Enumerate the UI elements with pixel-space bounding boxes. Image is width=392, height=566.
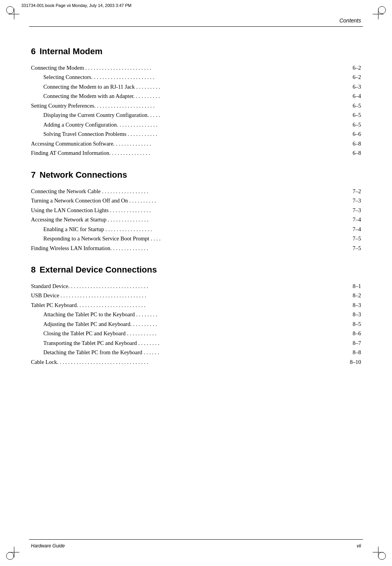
toc-entry-text: Selecting Connectors. . . . . . . . . . … xyxy=(43,73,346,81)
chapter-number-3: 8 xyxy=(31,265,36,274)
toc-entry-text: Connecting the Network Cable . . . . . .… xyxy=(31,187,346,196)
toc-entry-page: 8–6 xyxy=(346,329,361,338)
circle-mark-top-left xyxy=(6,6,14,14)
toc-entry-text: Enabling a NIC for Startup . . . . . . .… xyxy=(43,225,346,233)
toc-entry-page: 6–5 xyxy=(346,101,361,110)
toc-entry: Detaching the Tablet PC from the Keyboar… xyxy=(31,348,361,357)
toc-entry: Selecting Connectors. . . . . . . . . . … xyxy=(31,73,361,81)
toc-entry-page: 6–5 xyxy=(346,111,361,119)
toc-entry: Enabling a NIC for Startup . . . . . . .… xyxy=(31,225,361,233)
toc-entry-text: Closing the Tablet PC and Keyboard . . .… xyxy=(43,329,346,338)
toc-entry-page: 7–5 xyxy=(346,234,361,243)
circle-mark-top-right xyxy=(378,6,386,14)
toc-entry-page: 7–4 xyxy=(346,215,361,224)
toc-entry: Connecting the Network Cable . . . . . .… xyxy=(31,187,361,196)
footer-right: vii xyxy=(357,543,361,549)
header-rule xyxy=(29,26,363,27)
toc-entry: Finding Wireless LAN Information. . . . … xyxy=(31,244,361,252)
chapter-section-1: 6Internal ModemConnecting the Modem . . … xyxy=(31,46,361,158)
toc-entry: Solving Travel Connection Problems . . .… xyxy=(31,130,361,138)
circle-mark-bottom-left xyxy=(6,552,14,560)
toc-entry-text: Connecting the Modem with an Adapter. . … xyxy=(43,92,346,100)
section-header: Contents xyxy=(339,17,361,24)
footer-rule xyxy=(29,539,363,540)
toc-entry-page: 6–3 xyxy=(346,82,361,91)
toc-entry: Responding to a Network Service Boot Pro… xyxy=(31,234,361,243)
toc-entry: Attaching the Tablet PC to the Keyboard … xyxy=(31,310,361,319)
toc-entry-page: 7–3 xyxy=(346,196,361,205)
chapter-heading-1: 6Internal Modem xyxy=(31,46,361,57)
toc-entry-page: 7–2 xyxy=(346,187,361,196)
toc-entry-text: Accessing Communication Software. . . . … xyxy=(31,139,346,148)
toc-entry-text: Solving Travel Connection Problems . . .… xyxy=(43,130,346,138)
toc-entry-text: Transporting the Tablet PC and Keyboard … xyxy=(43,339,346,347)
toc-entry-text: Setting Country Preferences. . . . . . .… xyxy=(31,101,346,110)
toc-entry-page: 6–2 xyxy=(346,73,361,81)
chapter-heading-2: 7Network Connections xyxy=(31,170,361,180)
toc-entry-text: Detaching the Tablet PC from the Keyboar… xyxy=(43,348,346,357)
toc-entry-page: 7–4 xyxy=(346,225,361,233)
toc-entry-page: 8–3 xyxy=(346,310,361,319)
footer-left: Hardware Guide xyxy=(31,543,65,549)
toc-entry: Turning a Network Connection Off and On … xyxy=(31,196,361,205)
toc-entry-page: 6–5 xyxy=(346,120,361,129)
toc-entry-text: Attaching the Tablet PC to the Keyboard … xyxy=(43,310,346,319)
toc-entry-text: Tablet PC Keyboard. . . . . . . . . . . … xyxy=(31,301,346,309)
toc-entry-page: 8–3 xyxy=(346,301,361,309)
toc-entry-page: 7–3 xyxy=(346,206,361,214)
toc-entry-page: 7–5 xyxy=(346,244,361,252)
toc-entry: Accessing Communication Software. . . . … xyxy=(31,139,361,148)
chapter-number-1: 6 xyxy=(31,46,36,56)
main-content: 6Internal ModemConnecting the Modem . . … xyxy=(31,34,361,532)
chapter-section-2: 7Network ConnectionsConnecting the Netwo… xyxy=(31,170,361,252)
toc-entry-page: 6–6 xyxy=(346,130,361,138)
toc-entry-page: 8–1 xyxy=(346,282,361,290)
toc-entry: Cable Lock. . . . . . . . . . . . . . . … xyxy=(31,358,361,366)
chapter-title-2: Network Connections xyxy=(39,170,127,180)
toc-entry: Closing the Tablet PC and Keyboard . . .… xyxy=(31,329,361,338)
toc-entry: Adding a Country Configuration. . . . . … xyxy=(31,120,361,129)
toc-entry-page: 8–2 xyxy=(346,291,361,300)
toc-entry-text: Finding Wireless LAN Information. . . . … xyxy=(31,244,346,252)
toc-entry: Adjusting the Tablet PC and Keyboard. . … xyxy=(31,320,361,328)
chapter-heading-3: 8External Device Connections xyxy=(31,265,361,275)
toc-entry-text: Standard Device. . . . . . . . . . . . .… xyxy=(31,282,346,290)
toc-entry-text: Connecting the Modem to an RJ-11 Jack . … xyxy=(43,82,346,91)
toc-entry: Connecting the Modem with an Adapter. . … xyxy=(31,92,361,100)
toc-entry: Connecting the Modem to an RJ-11 Jack . … xyxy=(31,82,361,91)
toc-entry-text: Adjusting the Tablet PC and Keyboard. . … xyxy=(43,320,346,328)
toc-entry: Accessing the Network at Startup . . . .… xyxy=(31,215,361,224)
toc-entry: Displaying the Current Country Configura… xyxy=(31,111,361,119)
page-stamp: 331734-001.book Page vii Monday, July 14… xyxy=(21,3,371,8)
circle-mark-bottom-right xyxy=(378,552,386,560)
toc-entry: Using the LAN Connection Lights . . . . … xyxy=(31,206,361,214)
chapter-title-1: Internal Modem xyxy=(39,46,103,56)
toc-entry: Connecting the Modem . . . . . . . . . .… xyxy=(31,63,361,72)
toc-entry-page: 6–2 xyxy=(346,63,361,72)
toc-entry-page: 6–4 xyxy=(346,92,361,100)
toc-entry-text: Responding to a Network Service Boot Pro… xyxy=(43,234,346,243)
toc-entry-text: Turning a Network Connection Off and On … xyxy=(31,196,346,205)
chapter-section-3: 8External Device ConnectionsStandard Dev… xyxy=(31,265,361,366)
toc-entry: Tablet PC Keyboard. . . . . . . . . . . … xyxy=(31,301,361,309)
toc-entry: USB Device . . . . . . . . . . . . . . .… xyxy=(31,291,361,300)
toc-entry-text: Using the LAN Connection Lights . . . . … xyxy=(31,206,346,214)
toc-entry-page: 6–8 xyxy=(346,139,361,148)
toc-entry-page: 8–8 xyxy=(346,348,361,357)
toc-entry: Standard Device. . . . . . . . . . . . .… xyxy=(31,282,361,290)
toc-entry-text: Adding a Country Configuration. . . . . … xyxy=(43,120,346,129)
toc-entry-page: 8–10 xyxy=(346,358,361,366)
toc-entry-text: Accessing the Network at Startup . . . .… xyxy=(31,215,346,224)
toc-entry: Transporting the Tablet PC and Keyboard … xyxy=(31,339,361,347)
toc-entry-text: Cable Lock. . . . . . . . . . . . . . . … xyxy=(31,358,346,366)
toc-entry-text: Connecting the Modem . . . . . . . . . .… xyxy=(31,63,346,72)
toc-entry: Setting Country Preferences. . . . . . .… xyxy=(31,101,361,110)
toc-entry-text: Displaying the Current Country Configura… xyxy=(43,111,346,119)
toc-entry-page: 6–8 xyxy=(346,149,361,157)
chapter-title-3: External Device Connections xyxy=(39,265,157,274)
chapter-number-2: 7 xyxy=(31,170,36,180)
toc-entry: Finding AT Command Information. . . . . … xyxy=(31,149,361,157)
toc-entry-text: Finding AT Command Information. . . . . … xyxy=(31,149,346,157)
toc-entry-text: USB Device . . . . . . . . . . . . . . .… xyxy=(31,291,346,300)
toc-entry-page: 8–7 xyxy=(346,339,361,347)
